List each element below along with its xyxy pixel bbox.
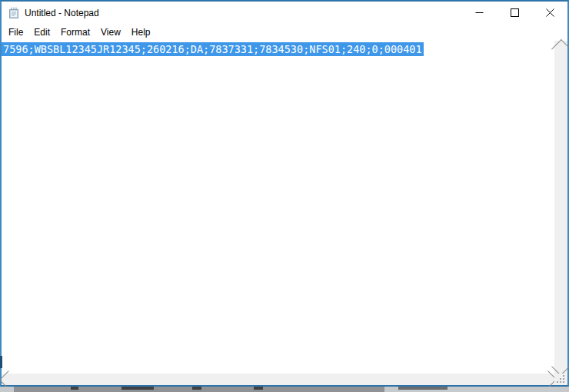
occluded-window-band (14, 387, 384, 392)
menu-bar: File Edit Format View Help (2, 24, 567, 41)
vertical-scrollbar[interactable] (554, 41, 567, 374)
menu-item-file[interactable]: File (3, 25, 28, 40)
menu-item-edit[interactable]: Edit (28, 25, 55, 40)
occluded-text-fragment (121, 387, 154, 390)
menu-item-view[interactable]: View (95, 25, 126, 40)
scroll-down-button[interactable] (554, 360, 567, 374)
notepad-window: Untitled - Notepad File Edit Format Vi (0, 0, 569, 387)
chevron-left-icon (0, 370, 17, 388)
chevron-down-icon (551, 357, 569, 376)
horizontal-scrollbar[interactable] (2, 374, 554, 385)
minimize-button[interactable] (461, 2, 497, 24)
occluded-text-fragment (254, 387, 263, 390)
background-window-strip (0, 387, 569, 392)
resize-grip[interactable] (554, 374, 567, 385)
text-edit-area[interactable]: 7596;WBSBL12345JR12345;260216;DA;7837331… (2, 41, 554, 374)
minimize-icon (475, 8, 484, 17)
scroll-left-button[interactable] (2, 374, 15, 385)
occluded-text-fragment (71, 387, 78, 390)
scroll-right-button[interactable] (541, 374, 554, 385)
occluded-edge-fragment (0, 356, 2, 368)
occluded-text-fragment (192, 387, 201, 390)
client-area: 7596;WBSBL12345JR12345;260216;DA;7837331… (2, 41, 567, 385)
maximize-button[interactable] (497, 2, 532, 24)
selected-text-line[interactable]: 7596;WBSBL12345JR12345;260216;DA;7837331… (2, 42, 424, 56)
title-bar[interactable]: Untitled - Notepad (2, 2, 567, 24)
window-title: Untitled - Notepad (25, 8, 99, 18)
menu-item-format[interactable]: Format (55, 25, 95, 40)
maximize-icon (511, 8, 519, 17)
close-icon (546, 8, 554, 17)
notepad-icon[interactable] (8, 7, 20, 19)
chevron-up-icon (551, 39, 569, 58)
occluded-text-fragment (398, 387, 448, 390)
resize-grip-icon (563, 381, 564, 383)
menu-item-help[interactable]: Help (126, 25, 156, 40)
scroll-up-button[interactable] (554, 41, 567, 54)
close-button[interactable] (532, 2, 567, 24)
